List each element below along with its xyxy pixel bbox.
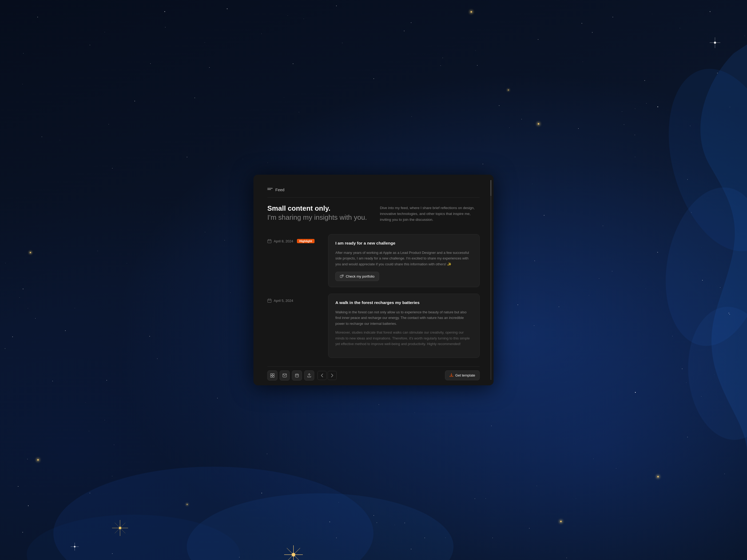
svg-rect-33 [273, 374, 274, 375]
post-row-2: April 5, 2024 A walk in the forest recha… [267, 294, 480, 357]
feed-icon [267, 188, 273, 192]
intro-section: Small content only. I'm sharing my insig… [267, 204, 480, 222]
calendar-icon-1 [267, 239, 272, 243]
next-button[interactable] [328, 371, 337, 380]
svg-rect-34 [271, 376, 272, 377]
svg-rect-35 [273, 376, 274, 377]
intro-title-line2: I'm sharing my insights with you. [267, 213, 367, 222]
intro-title-line1: Small content only. [267, 204, 367, 213]
post-card-1: I am ready for a new challenge After man… [328, 234, 480, 287]
email-button[interactable] [280, 370, 290, 380]
toolbar-nav [317, 371, 337, 380]
portfolio-button[interactable]: Check my portfolio [335, 272, 379, 281]
post-card-title-2: A walk in the forest recharges my batter… [335, 300, 472, 305]
calendar-toolbar-button[interactable] [292, 370, 302, 380]
portfolio-button-label: Check my portfolio [346, 274, 375, 278]
post-row-1: April 8, 2024 Highlight I am ready for a… [267, 234, 480, 287]
svg-rect-22 [267, 240, 271, 243]
post-card-2: A walk in the forest recharges my batter… [328, 294, 480, 357]
svg-line-27 [342, 275, 343, 276]
download-icon [449, 373, 453, 378]
highlight-badge: Highlight [297, 239, 314, 243]
grid-icon [270, 373, 275, 378]
grid-button[interactable] [267, 370, 278, 380]
scrollbar [490, 180, 491, 380]
intro-description: Dive into my feed, where I share brief r… [380, 204, 480, 222]
post-date-1: April 8, 2024 [274, 239, 293, 243]
calendar-toolbar-icon [295, 374, 299, 377]
post-date-col-1: April 8, 2024 Highlight [267, 234, 321, 243]
svg-rect-28 [267, 299, 271, 302]
calendar-icon-2 [267, 298, 272, 303]
post-card-body-2b: Moreover, studies indicate that forest w… [335, 329, 472, 347]
post-card-body-2a: Walking in the forest can not only allow… [335, 309, 472, 326]
get-template-button[interactable]: Get template [445, 370, 480, 380]
svg-rect-37 [295, 374, 299, 377]
post-date-col-2: April 5, 2024 [267, 294, 321, 303]
post-card-body-1: After many years of working at Apple as … [335, 250, 472, 267]
toolbar: Get template [267, 366, 480, 385]
email-icon [283, 374, 287, 377]
page-wrapper: Feed Small content only. I'm sharing my … [0, 0, 747, 560]
prev-button[interactable] [317, 371, 327, 380]
svg-rect-32 [271, 374, 272, 375]
posts-section: April 8, 2024 Highlight I am ready for a… [267, 234, 480, 364]
feed-header: Feed [267, 187, 480, 197]
external-link-icon [340, 275, 344, 278]
share-button[interactable] [304, 370, 314, 380]
get-template-label: Get template [456, 373, 475, 377]
share-icon [307, 373, 311, 378]
feed-label: Feed [275, 187, 284, 192]
chevron-right-icon [331, 374, 333, 377]
intro-left: Small content only. I'm sharing my insig… [267, 204, 367, 222]
chevron-left-icon [321, 374, 323, 377]
main-card: Feed Small content only. I'm sharing my … [253, 175, 494, 385]
scrollbar-thumb [490, 180, 491, 196]
post-card-title-1: I am ready for a new challenge [335, 240, 472, 246]
post-date-2: April 5, 2024 [274, 299, 293, 303]
